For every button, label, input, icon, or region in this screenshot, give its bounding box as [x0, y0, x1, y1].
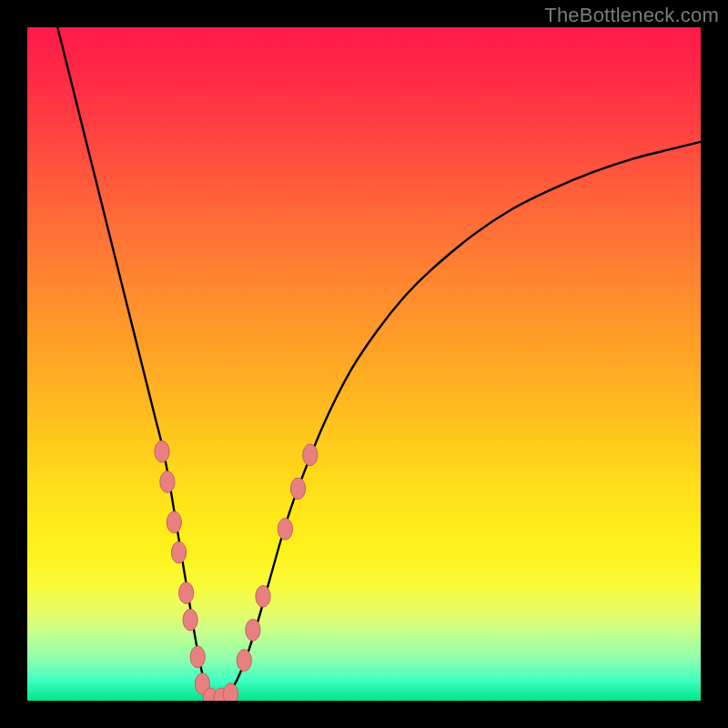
bead-marker: [290, 478, 305, 500]
bead-marker: [179, 582, 194, 604]
bead-marker: [160, 471, 175, 493]
outer-frame: TheBottleneck.com: [0, 0, 728, 728]
bead-marker: [278, 518, 292, 540]
bead-marker: [223, 683, 238, 701]
bead-marker: [167, 511, 181, 533]
bead-marker: [246, 619, 260, 641]
chart-svg: [27, 27, 701, 701]
bead-marker: [155, 440, 169, 462]
bead-group: [155, 440, 318, 701]
bead-marker: [190, 646, 205, 668]
bead-marker: [171, 541, 186, 563]
bead-marker: [237, 650, 251, 672]
plot-area: [27, 27, 701, 701]
bottleneck-curve: [55, 27, 701, 701]
bead-marker: [183, 609, 197, 631]
watermark-text: TheBottleneck.com: [544, 4, 719, 27]
bead-marker: [303, 444, 318, 466]
bead-marker: [256, 585, 270, 607]
